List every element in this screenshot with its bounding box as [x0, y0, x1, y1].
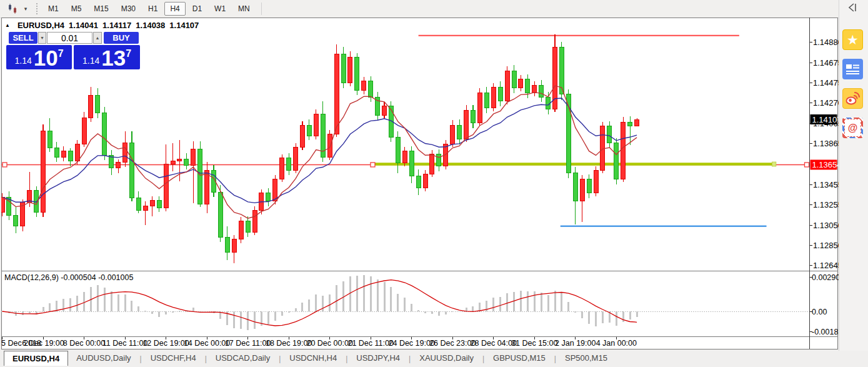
price-tick-label: 1.14270 [813, 98, 842, 108]
price-tick-label: 1.12645 [813, 261, 842, 270]
sell-button[interactable]: SELL [9, 32, 37, 44]
favorites-star-icon[interactable]: ★ [842, 29, 863, 50]
weibo-icon[interactable] [842, 88, 863, 109]
volume-input[interactable] [47, 32, 92, 44]
time-tick-label: 11 Dec 11:00 [102, 339, 148, 348]
close-value: 1.14107 [169, 21, 199, 30]
mail-at-icon[interactable]: @ [842, 118, 863, 138]
time-tick-label: 28 Dec 04:00 [471, 339, 517, 348]
time-tick-label: 4 Jan 00:00 [596, 339, 637, 348]
low-value: 1.14038 [136, 21, 165, 30]
price-tick-label: 1.14880 [813, 38, 842, 47]
time-tick-label: 31 Dec 15:00 [511, 339, 557, 348]
sell-price-big: 10 [34, 48, 58, 68]
sell-price-button[interactable]: 1.14 10 7 [6, 45, 72, 69]
tab-SP500,M15[interactable]: SP500,M15 [557, 351, 616, 365]
line-anchor-marker [371, 163, 375, 167]
time-tick-label: 2 Jan 19:00 [555, 339, 596, 348]
time-tick-label: 24 Dec 19:00 [389, 339, 435, 348]
tab-AUDUSD,Daily[interactable]: AUDUSD,Daily [68, 351, 139, 365]
hline-price-label: 1.13654 [812, 160, 842, 169]
open-value: 1.14041 [69, 21, 98, 30]
chart-tabs-bar: EURUSD,H4AUDUSD,Daily|USDCHF,H4|USDCAD,D… [0, 351, 868, 367]
buy-button[interactable]: BUY [104, 32, 139, 44]
time-tick-label: 8 Dec 00:00 [63, 339, 105, 348]
time-tick-label: 18 Dec 19:00 [266, 339, 312, 348]
news-feed-icon[interactable] [842, 59, 863, 79]
tab-XAUUSD,Daily[interactable]: XAUUSD,Daily [411, 351, 482, 365]
macd-tick-label: 0.00 [812, 308, 827, 316]
time-tick-label: 26 Dec 23:00 [429, 339, 476, 348]
price-tick-label: 1.14475 [813, 78, 842, 88]
time-tick-label: 21 Dec 11:00 [347, 339, 393, 348]
tab-EURUSD,H4[interactable]: EURUSD,H4 [4, 351, 68, 366]
buy-price-sup: 7 [126, 48, 131, 59]
price-tick-label: 1.13050 [813, 221, 842, 230]
tab-USDCAD,Daily[interactable]: USDCAD,Daily [207, 351, 278, 365]
sell-price-sup: 7 [58, 48, 64, 59]
tab-GBPUSD,M15[interactable]: GBPUSD,M15 [485, 351, 554, 365]
price-tick-label: 1.14675 [813, 58, 842, 68]
chart-ohlc-header: ▲ EURUSD,H4 1.14041 1.14117 1.14038 1.14… [5, 21, 199, 30]
time-tick-label: 20 Dec 00:00 [306, 339, 352, 348]
line-anchor-marker [2, 163, 7, 167]
mt4-terminal: ▾ M1M5M15M30H1H4D1W1MN 1.148801.146751.1… [0, 0, 868, 367]
high-value: 1.14117 [102, 21, 131, 30]
time-tick-label: 12 Dec 19:00 [142, 339, 189, 348]
price-tick-label: 1.13865 [813, 139, 842, 148]
buy-price-big: 13 [101, 48, 126, 68]
time-tick-label: 17 Dec 11:00 [225, 339, 271, 348]
sell-price-prefix: 1.14 [14, 56, 31, 66]
symbol-label: EURUSD,H4 [17, 21, 64, 30]
current-price-label: 1.14107 [812, 115, 842, 124]
time-tick-label: 14 Dec 00:00 [184, 339, 230, 348]
time-tick-label: 6 Dec 19:00 [22, 339, 64, 348]
buy-price-button[interactable]: 1.14 13 7 [74, 45, 140, 69]
collapse-panel-icon[interactable] [847, 3, 859, 13]
price-tick-label: 1.13255 [813, 200, 842, 209]
buy-price-prefix: 1.14 [82, 56, 99, 66]
right-sidebar: ★ @ [839, 0, 868, 351]
tab-USDCHF,H4[interactable]: USDCHF,H4 [142, 351, 204, 365]
price-tick-label: 1.12850 [813, 241, 842, 250]
macd-indicator-label: MACD(12,26,9) -0.000504 -0.001005 [4, 273, 133, 282]
tab-USDJPY,H4[interactable]: USDJPY,H4 [348, 351, 408, 365]
volume-decrease-button[interactable]: ▼ [38, 32, 46, 44]
line-anchor-marker [805, 163, 809, 167]
price-tick-label: 1.13455 [813, 180, 842, 189]
symbol-marker-icon: ▲ [5, 23, 10, 28]
volume-increase-button[interactable]: ▲ [93, 32, 102, 44]
tab-USDCNH,H4[interactable]: USDCNH,H4 [281, 351, 345, 365]
